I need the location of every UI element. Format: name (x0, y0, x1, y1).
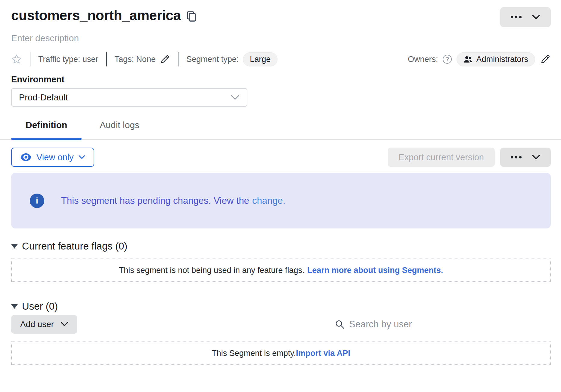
chevron-down-icon (532, 14, 540, 20)
title-actions-dropdown-button[interactable] (529, 7, 543, 27)
title-actions-split-button (500, 7, 551, 27)
chevron-down-icon (79, 155, 85, 159)
meta-left: Traffic type: user Tags: None Segment ty… (11, 52, 277, 66)
more-options-icon (511, 156, 522, 158)
edit-tags-button[interactable] (160, 54, 170, 64)
title-more-options-button[interactable] (508, 7, 525, 27)
feature-flags-empty-text: This segment is not being used in any fe… (119, 266, 305, 275)
collapse-triangle-icon (11, 244, 18, 249)
banner-message: This segment has pending changes. View t… (61, 195, 285, 206)
tab-bar: Definition Audit logs (0, 120, 561, 140)
tags-label: Tags: None (115, 55, 156, 64)
export-current-version-button[interactable]: Export current version (388, 148, 495, 167)
pencil-icon (160, 54, 170, 64)
copy-name-button[interactable] (186, 11, 197, 22)
more-options-icon (511, 16, 522, 18)
chevron-down-icon (231, 95, 240, 100)
user-section-toggle[interactable]: User (0) (11, 301, 551, 312)
search-icon (335, 319, 345, 329)
add-user-button[interactable]: Add user (11, 315, 77, 334)
pending-changes-banner: i This segment has pending changes. View… (11, 173, 551, 228)
user-empty-text: This Segment is empty. (212, 349, 296, 358)
star-icon (11, 54, 22, 65)
divider (106, 52, 107, 66)
segment-detail-page: customers_north_america Enter descriptio… (0, 7, 561, 392)
segment-type-badge: Large (243, 52, 277, 66)
feature-flags-section-title: Current feature flags (0) (22, 240, 127, 252)
toolbar-split-button (500, 148, 551, 167)
toolbar-more-options-button[interactable] (508, 148, 525, 167)
view-only-label: View only (36, 152, 74, 162)
import-via-api-link[interactable]: Import via API (296, 349, 350, 358)
meta-row: Traffic type: user Tags: None Segment ty… (11, 52, 551, 67)
toolbar-right: Export current version (388, 148, 551, 167)
add-user-label: Add user (20, 320, 54, 329)
pencil-icon (540, 54, 551, 65)
owners-value: Administrators (476, 55, 528, 64)
environment-select[interactable]: Prod-Default (11, 88, 247, 107)
view-only-button[interactable]: View only (11, 148, 94, 167)
description-field[interactable]: Enter description (11, 33, 551, 43)
owners-badge[interactable]: Administrators (457, 52, 535, 66)
tab-definition[interactable]: Definition (11, 120, 82, 139)
segment-type-label: Segment type: (186, 55, 239, 64)
user-section-title: User (0) (22, 301, 58, 312)
people-icon (463, 55, 473, 63)
search-by-user-input[interactable] (349, 319, 476, 330)
title-group: customers_north_america (11, 7, 197, 24)
copy-icon (186, 11, 197, 22)
user-empty-state: This Segment is empty. Import via API (11, 341, 551, 365)
tags-item: Tags: None (115, 54, 170, 64)
user-controls-row: Add user (11, 315, 551, 334)
collapse-triangle-icon (11, 304, 18, 309)
banner-message-text: This segment has pending changes. View t… (61, 195, 249, 206)
owners-help-icon[interactable]: ? (443, 55, 452, 64)
chevron-down-icon (60, 322, 68, 327)
environment-label: Environment (11, 75, 551, 84)
feature-flags-section-toggle[interactable]: Current feature flags (0) (11, 240, 551, 252)
tab-audit-logs[interactable]: Audit logs (85, 120, 154, 139)
environment-selected-value: Prod-Default (19, 93, 68, 103)
owners-label: Owners: (408, 55, 438, 64)
definition-toolbar: View only Export current version (11, 148, 551, 167)
feature-flags-empty-state: This segment is not being used in any fe… (11, 259, 551, 282)
title-row: customers_north_america (11, 7, 551, 27)
view-change-link[interactable]: change. (252, 195, 285, 206)
info-icon: i (30, 194, 44, 208)
divider (178, 52, 178, 66)
learn-more-link[interactable]: Learn more about using Segments. (307, 266, 443, 275)
page-title: customers_north_america (11, 7, 181, 24)
divider (30, 52, 30, 66)
owners-group: Owners: ? Administrators (408, 52, 551, 66)
segment-type-item: Segment type: Large (186, 52, 277, 66)
toolbar-dropdown-button[interactable] (529, 148, 543, 167)
user-search (335, 319, 476, 330)
edit-owners-button[interactable] (540, 54, 551, 65)
chevron-down-icon (532, 155, 540, 160)
traffic-type-label: Traffic type: user (38, 55, 98, 64)
eye-icon (20, 153, 32, 162)
favorite-star-button[interactable] (11, 54, 22, 65)
